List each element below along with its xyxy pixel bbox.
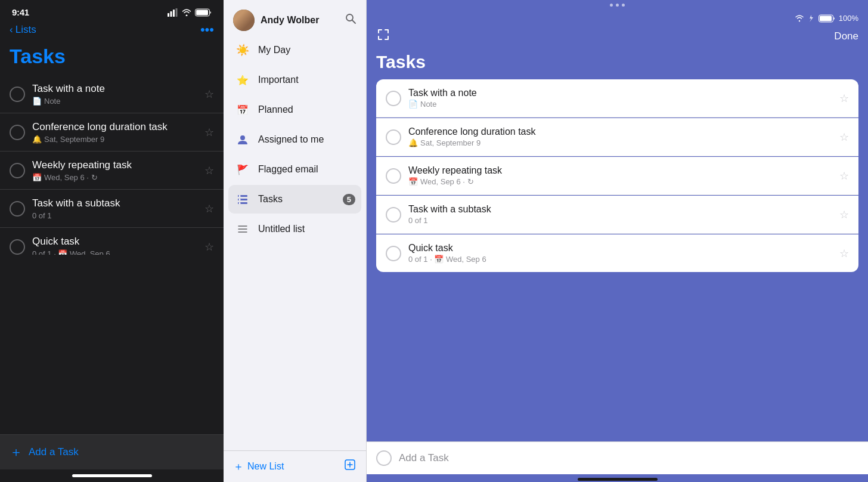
task-card-circle[interactable]: [386, 207, 401, 223]
task-subtitle: 0 of 1: [32, 211, 197, 220]
task-card-subtitle: 0 of 1 · 📅 Wed, Sep 6: [408, 255, 832, 264]
svg-point-6: [346, 14, 353, 21]
task-info: Weekly repeating task 📅 Wed, Sep 6 · ↻: [32, 159, 197, 182]
task-card-circle[interactable]: [386, 129, 401, 145]
bell-icon: 🔔: [408, 138, 418, 147]
sidebar-item-label: Important: [258, 75, 355, 85]
sidebar-panel: Andy Wolber ☀️ My Day ⭐ Important 📅 Plan…: [224, 0, 367, 482]
star-icon[interactable]: ☆: [839, 92, 849, 105]
star-icon[interactable]: ☆: [839, 169, 849, 183]
sidebar-item-label: Untitled list: [258, 224, 355, 234]
sidebar-item-flagged-email[interactable]: 🚩 Flagged email: [228, 155, 361, 184]
search-icon: [345, 13, 356, 24]
task-card-title: Conference long duration task: [408, 126, 832, 137]
task-circle[interactable]: [10, 86, 25, 102]
iphone-panel: 9:41 ‹ Lists: [0, 0, 224, 482]
compose-icon: [343, 458, 356, 471]
iphone-back-button[interactable]: ‹ Lists: [10, 24, 36, 36]
user-name: Andy Wolber: [261, 15, 319, 26]
avatar-image: [233, 10, 255, 31]
svg-rect-22: [820, 16, 832, 21]
iphone-task-item[interactable]: Conference long duration task 🔔 Sat, Sep…: [0, 113, 224, 152]
iphone-task-item[interactable]: Weekly repeating task 📅 Wed, Sep 6 · ↻ ☆: [0, 152, 224, 190]
svg-rect-0: [168, 13, 169, 17]
task-circle[interactable]: [10, 239, 25, 255]
star-icon[interactable]: ☆: [204, 240, 214, 254]
iphone-add-task-bar[interactable]: ＋ Add a Task: [0, 434, 224, 469]
sidebar-item-tasks[interactable]: Tasks 5: [228, 185, 361, 214]
sidebar-item-assigned-to-me[interactable]: Assigned to me: [228, 125, 361, 154]
sidebar-item-untitled-list[interactable]: Untitled list: [228, 215, 361, 243]
iphone-task-item[interactable]: Task with a note 📄 Note ☆: [0, 75, 224, 113]
sidebar-item-important[interactable]: ⭐ Important: [228, 66, 361, 94]
star-icon[interactable]: ☆: [839, 131, 849, 144]
star-icon[interactable]: ☆: [204, 202, 214, 215]
task-card-circle[interactable]: [386, 168, 401, 184]
task-subtitle: 📅 Wed, Sep 6 · ↻: [32, 173, 197, 182]
sidebar-item-my-day[interactable]: ☀️ My Day: [228, 36, 361, 64]
iphone-status-bar: 9:41: [0, 0, 224, 20]
iphone-title: Tasks: [0, 42, 224, 75]
iphone-home-indicator: [0, 469, 224, 482]
task-card[interactable]: Task with a note 📄 Note ☆: [376, 79, 858, 118]
star-icon[interactable]: ☆: [839, 247, 849, 260]
svg-rect-5: [196, 10, 208, 15]
svg-rect-3: [176, 8, 178, 17]
star-icon[interactable]: ☆: [204, 126, 214, 139]
task-info: Task with a subtask 0 of 1: [32, 197, 197, 220]
task-circle[interactable]: [10, 201, 25, 217]
iphone-task-item[interactable]: Quick task 0 of 1 · 📅 Wed, Sep 6 ☆: [0, 228, 224, 255]
task-card-circle[interactable]: [386, 91, 401, 106]
task-card[interactable]: Task with a subtask 0 of 1 ☆: [376, 196, 858, 234]
compose-button[interactable]: [343, 458, 356, 475]
main-add-task-bar[interactable]: Add a Task: [367, 441, 868, 474]
task-card[interactable]: Conference long duration task 🔔 Sat, Sep…: [376, 118, 858, 156]
wifi-icon: [182, 9, 191, 16]
star-icon[interactable]: ☆: [204, 88, 214, 101]
bell-icon: 🔔: [32, 135, 42, 144]
svg-point-14: [239, 202, 241, 204]
new-list-button[interactable]: ＋ New List: [233, 459, 284, 474]
task-card-subtitle: 📅 Wed, Sep 6 · ↻: [408, 177, 832, 186]
sidebar-item-planned[interactable]: 📅 Planned: [228, 95, 361, 124]
star-icon[interactable]: ☆: [204, 164, 214, 177]
star-icon[interactable]: ☆: [839, 208, 849, 221]
task-card[interactable]: Quick task 0 of 1 · 📅 Wed, Sep 6 ☆: [376, 234, 858, 272]
important-icon: ⭐: [234, 72, 251, 88]
planned-icon: 📅: [234, 101, 251, 118]
task-title: Quick task: [32, 235, 197, 248]
task-card-info: Weekly repeating task 📅 Wed, Sep 6 · ↻: [408, 165, 832, 186]
task-card-info: Task with a note 📄 Note: [408, 88, 832, 109]
done-button[interactable]: Done: [834, 30, 858, 42]
calendar-icon: 📅: [408, 177, 418, 186]
wifi-icon: [795, 15, 804, 22]
task-subtitle: 📄 Note: [32, 97, 197, 106]
main-status-icons: 100%: [795, 14, 858, 23]
home-bar: [72, 474, 152, 477]
sidebar-footer: ＋ New List: [224, 450, 366, 482]
task-subtitle: 🔔 Sat, September 9: [32, 135, 197, 144]
more-options-button[interactable]: •••: [200, 22, 214, 38]
flag-icon: 🚩: [234, 161, 251, 178]
svg-rect-1: [170, 11, 172, 17]
chevron-left-icon: ‹: [10, 24, 13, 36]
sidebar-item-label: Planned: [258, 104, 355, 115]
iphone-task-item[interactable]: Task with a subtask 0 of 1 ☆: [0, 190, 224, 228]
task-card-circle[interactable]: [386, 246, 401, 261]
task-circle[interactable]: [10, 163, 25, 178]
battery-icon: [819, 14, 835, 23]
task-circle[interactable]: [10, 125, 25, 140]
battery-percent: 100%: [839, 14, 858, 23]
task-card[interactable]: Weekly repeating task 📅 Wed, Sep 6 · ↻ ☆: [376, 157, 858, 195]
task-card-subtitle: 📄 Note: [408, 100, 832, 109]
sidebar-item-label: My Day: [258, 45, 355, 55]
plus-icon: ＋: [233, 459, 244, 474]
search-button[interactable]: [345, 13, 356, 28]
iphone-task-list: Task with a note 📄 Note ☆ Conference lon…: [0, 75, 224, 255]
signal-icon: [168, 8, 178, 17]
expand-button[interactable]: [376, 27, 390, 45]
task-card-subtitle: 0 of 1: [408, 216, 832, 225]
task-card-info: Quick task 0 of 1 · 📅 Wed, Sep 6: [408, 243, 832, 264]
ellipsis-icon: •••: [200, 22, 214, 37]
iphone-nav: ‹ Lists •••: [0, 20, 224, 42]
